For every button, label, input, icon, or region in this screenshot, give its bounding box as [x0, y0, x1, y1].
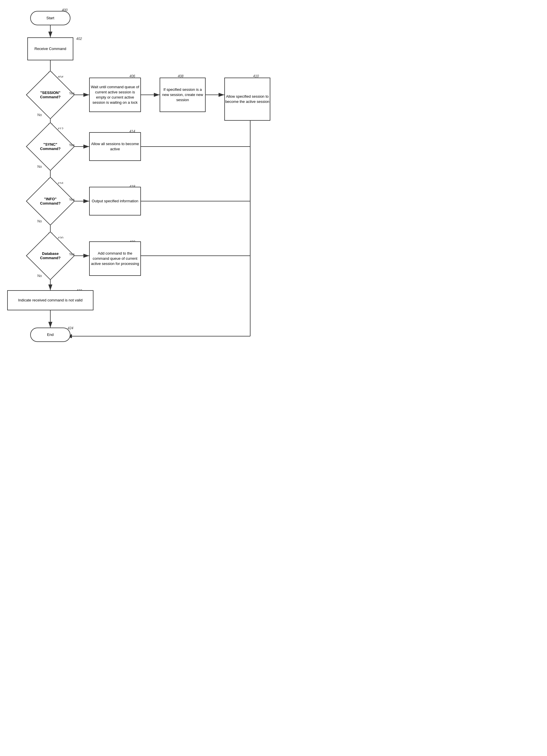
session-command-diamond: "SESSION" Command?: [33, 78, 68, 112]
if-new-session-node: If specified session is a new session, c…: [160, 78, 206, 112]
database-no-label: No: [37, 274, 42, 278]
indicate-invalid-label: Indicate received command is not valid: [18, 298, 82, 303]
add-command-queue-label: Add command to the command queue of curr…: [90, 251, 140, 267]
add-command-queue-node: Add command to the command queue of curr…: [89, 241, 141, 276]
start-label: Start: [46, 16, 54, 21]
allow-specified-node: Allow specified session to become the ac…: [224, 78, 270, 121]
flowchart-diagram: 400 Start 402 Receive Command 404 "SESSI…: [0, 0, 276, 379]
sync-command-label: "SYNC" Command?: [33, 129, 68, 164]
info-command-diamond: "INFO" Command?: [33, 184, 68, 218]
database-command-diamond: Database Command?: [33, 238, 68, 273]
database-command-label: Database Command?: [33, 238, 68, 273]
session-command-label: "SESSION" Command?: [33, 78, 68, 112]
sync-command-diamond: "SYNC" Command?: [33, 129, 68, 164]
session-yes-label: Yes: [69, 91, 75, 95]
end-node: End: [30, 328, 70, 342]
allow-specified-label: Allow specified session to become the ac…: [225, 94, 270, 104]
output-info-node: Output specified information: [89, 187, 141, 216]
wait-queue-label: Wait until command queue of current acti…: [90, 84, 140, 105]
end-label: End: [47, 332, 53, 337]
database-yes-label: Yes: [69, 252, 75, 256]
info-no-label: No: [37, 219, 42, 223]
session-no-label: No: [37, 113, 42, 117]
sync-no-label: No: [37, 165, 42, 169]
indicate-invalid-node: Indicate received command is not valid: [7, 290, 93, 310]
sync-yes-label: Yes: [69, 143, 75, 147]
start-node: Start: [30, 11, 70, 25]
info-command-label: "INFO" Command?: [33, 184, 68, 218]
if-new-session-label: If specified session is a new session, c…: [160, 87, 205, 103]
ref-402: 402: [76, 37, 82, 41]
info-yes-label: Yes: [69, 198, 75, 202]
allow-all-sessions-label: Allow all sessions to become active: [90, 141, 140, 152]
wait-queue-node: Wait until command queue of current acti…: [89, 78, 141, 112]
receive-command-label: Receive Command: [34, 46, 66, 51]
allow-all-sessions-node: Allow all sessions to become active: [89, 132, 141, 161]
receive-command-node: Receive Command: [27, 37, 73, 60]
output-info-label: Output specified information: [92, 199, 138, 204]
